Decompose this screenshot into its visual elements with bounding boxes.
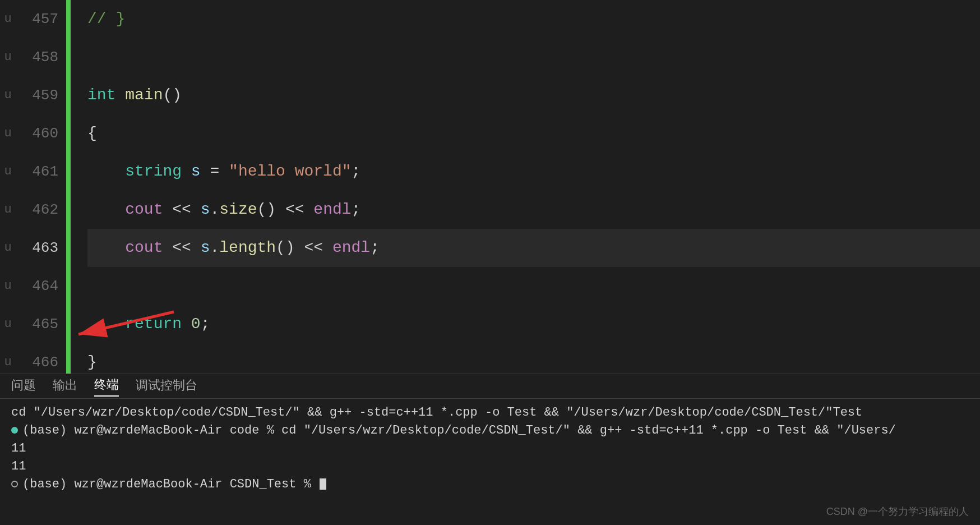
gutter-u-char: u: [0, 153, 16, 191]
code-token: (): [163, 76, 182, 114]
code-token: endl: [313, 191, 351, 229]
terminal-line: 11: [11, 458, 969, 475]
line-numbers: 457458459460461462463464465466: [16, 0, 66, 374]
code-line: int main(): [87, 76, 980, 114]
code-token: .: [210, 191, 219, 229]
code-token: length: [219, 229, 276, 267]
terminal-tab[interactable]: 输出: [53, 377, 77, 396]
code-token: cout: [125, 229, 163, 267]
line-number: 461: [32, 153, 58, 191]
terminal-panel: 问题输出终端调试控制台 cd "/Users/wzr/Desktop/code/…: [0, 374, 980, 525]
code-token: ;: [370, 229, 380, 267]
code-token: =: [201, 153, 229, 191]
gutter-u-char: u: [0, 229, 16, 267]
line-number: 466: [32, 343, 58, 374]
gutter-u-char: u: [0, 0, 16, 38]
code-token: s: [201, 229, 210, 267]
code-token: return: [125, 305, 182, 343]
terminal-tab[interactable]: 调试控制台: [136, 377, 197, 396]
gutter-u-char: u: [0, 76, 16, 114]
watermark: CSDN @一个努力学习编程的人: [826, 505, 969, 518]
gutter-u-char: u: [0, 305, 16, 343]
code-token: s: [201, 191, 210, 229]
code-line: cout << s.size() << endl;: [87, 191, 980, 229]
code-line: [87, 267, 980, 305]
code-token: [115, 76, 125, 114]
code-token: {: [87, 114, 97, 153]
gutter-u-char: u: [0, 267, 16, 305]
code-token: [87, 229, 125, 267]
code-token: ;: [201, 305, 210, 343]
code-token: 0: [191, 305, 201, 343]
code-token: int: [87, 76, 115, 114]
process-indicator-idle: [11, 481, 18, 487]
code-token: size: [219, 191, 257, 229]
left-gutter-u: uuuuuuuuuu: [0, 0, 16, 374]
terminal-tab[interactable]: 终端: [94, 376, 119, 397]
code-token: [182, 153, 191, 191]
code-token: [87, 305, 125, 343]
terminal-line: 11: [11, 440, 969, 457]
code-line: // }: [87, 0, 980, 38]
code-token: [182, 305, 191, 343]
gutter-u-char: u: [0, 114, 16, 153]
terminal-line: cd "/Users/wzr/Desktop/code/CSDN_Test/" …: [11, 404, 969, 421]
code-token: // }: [87, 0, 125, 38]
line-number: 459: [32, 76, 58, 114]
code-line: string s = "hello world";: [87, 153, 980, 191]
terminal-line: (base) wzr@wzrdeMacBook-Air code % cd "/…: [11, 422, 969, 439]
code-token: () <<: [276, 229, 332, 267]
line-number: 458: [32, 38, 58, 76]
git-change-bar: [66, 0, 71, 374]
terminal-cursor: [320, 478, 326, 490]
code-token: endl: [332, 229, 370, 267]
code-token: cout: [125, 191, 163, 229]
code-token: s: [191, 153, 201, 191]
line-number: 462: [32, 191, 58, 229]
line-number: 464: [32, 267, 58, 305]
line-number: 463: [32, 229, 58, 267]
code-line: cout << s.length() << endl;: [87, 229, 980, 267]
gutter-u-char: u: [0, 343, 16, 374]
code-token: <<: [163, 229, 200, 267]
terminal-tab-bar: 问题输出终端调试控制台: [0, 374, 980, 399]
code-line: {: [87, 114, 980, 153]
terminal-line: (base) wzr@wzrdeMacBook-Air CSDN_Test %: [11, 476, 969, 493]
code-token: <<: [163, 191, 200, 229]
code-token: ;: [352, 191, 361, 229]
code-token: "hello world": [229, 153, 351, 191]
code-token: }: [87, 343, 97, 374]
code-token: [87, 153, 125, 191]
line-number: 465: [32, 305, 58, 343]
code-token: .: [210, 229, 219, 267]
line-number: 460: [32, 114, 58, 153]
process-indicator: [11, 427, 18, 434]
code-token: ;: [352, 153, 361, 191]
code-token: [87, 191, 125, 229]
gutter-u-char: u: [0, 38, 16, 76]
terminal-tab[interactable]: 问题: [11, 377, 36, 396]
code-token: () <<: [257, 191, 314, 229]
line-number: 457: [32, 0, 58, 38]
code-line: [87, 38, 980, 76]
editor-area: uuuuuuuuuu 45745845946046146246346446546…: [0, 0, 980, 374]
code-editor[interactable]: // } int main(){ string s = "hello world…: [71, 0, 980, 374]
code-token: string: [125, 153, 182, 191]
code-line: }: [87, 343, 980, 374]
code-token: main: [125, 76, 163, 114]
gutter-u-char: u: [0, 191, 16, 229]
code-line: return 0;: [87, 305, 980, 343]
